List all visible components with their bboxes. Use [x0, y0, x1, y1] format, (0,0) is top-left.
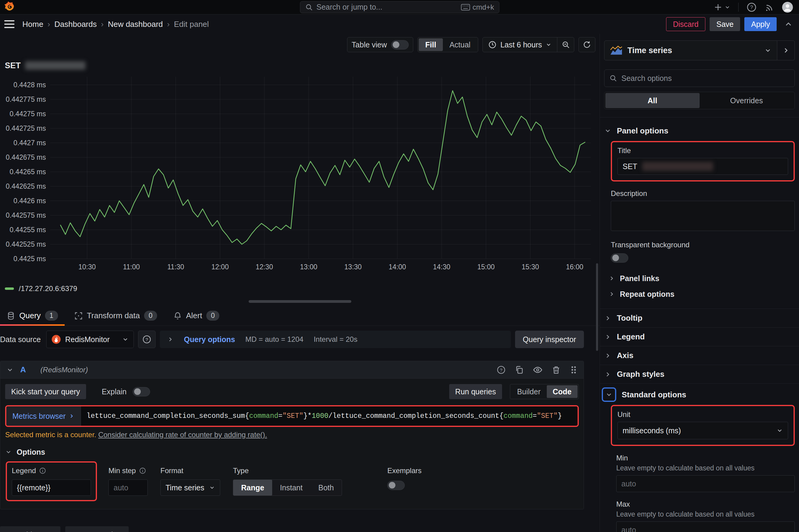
discard-button[interactable]: Discard — [666, 17, 706, 31]
search-input[interactable] — [317, 3, 461, 12]
type-both[interactable]: Both — [311, 480, 342, 495]
table-view-toggle[interactable] — [391, 40, 409, 50]
interval-stat: Interval = 20s — [314, 335, 357, 344]
breadcrumb-new-dashboard[interactable]: New dashboard — [108, 20, 163, 29]
news-rss-icon[interactable] — [765, 2, 774, 12]
min-input[interactable] — [616, 475, 795, 492]
svg-text:0.44255 ms: 0.44255 ms — [10, 226, 46, 234]
delete-query-icon[interactable] — [552, 365, 561, 374]
transparent-bg-label: Transparent background — [611, 241, 795, 249]
visualization-picker[interactable]: Time series — [604, 40, 777, 60]
tab-transform-data[interactable]: Transform data 0 — [68, 306, 164, 325]
grafana-logo-icon[interactable] — [4, 1, 15, 13]
metrics-browser-row-highlighted: Metrics browser lettuce_command_completi… — [5, 405, 579, 427]
min-step-input[interactable] — [109, 479, 148, 496]
promql-expression-input[interactable]: lettuce_command_completion_seconds_sum{c… — [81, 406, 578, 426]
menu-toggle-icon[interactable] — [4, 20, 15, 28]
explain-toggle[interactable] — [133, 387, 150, 396]
breadcrumb-home[interactable]: Home — [22, 20, 43, 29]
tab-all[interactable]: All — [606, 93, 700, 108]
description-input[interactable] — [611, 201, 795, 231]
section-tooltip[interactable]: Tooltip — [600, 308, 799, 327]
tab-query[interactable]: Query 1 — [0, 306, 64, 325]
options-search-input[interactable] — [621, 74, 789, 83]
tab-overrides[interactable]: Overrides — [700, 93, 794, 108]
user-avatar[interactable] — [782, 2, 793, 13]
standard-options-header[interactable]: Standard options — [604, 386, 795, 403]
query-help-icon[interactable]: ? — [497, 365, 506, 374]
chevron-right-icon — [604, 333, 611, 341]
info-icon — [139, 467, 146, 474]
actual-option[interactable]: Actual — [443, 38, 477, 51]
panel-resize-handle[interactable] — [248, 300, 351, 303]
svg-text:15:00: 15:00 — [477, 263, 495, 271]
type-range[interactable]: Range — [233, 480, 272, 495]
format-label: Format — [161, 467, 183, 475]
tab-alert[interactable]: Alert 0 — [167, 306, 226, 325]
duplicate-query-icon[interactable] — [515, 365, 524, 374]
apply-button[interactable]: Apply — [744, 17, 777, 31]
time-range-picker[interactable]: Last 6 hours — [483, 40, 557, 49]
breadcrumb-dashboards[interactable]: Dashboards — [54, 20, 97, 29]
refresh-button[interactable] — [578, 37, 595, 52]
options-filter-tabs: All Overrides — [604, 92, 795, 109]
toggle-visibility-icon[interactable] — [533, 365, 542, 375]
section-axis[interactable]: Axis — [600, 346, 799, 365]
chevron-right-icon[interactable] — [167, 336, 174, 343]
redacted-title-value — [642, 162, 713, 171]
exemplars-toggle[interactable] — [387, 481, 405, 490]
repeat-options-row[interactable]: Repeat options — [608, 286, 795, 302]
section-legend[interactable]: Legend — [600, 327, 799, 346]
section-graph-styles[interactable]: Graph styles — [600, 365, 799, 383]
format-select[interactable]: Time series — [161, 479, 220, 496]
query-header[interactable]: A (RedisMonitor) ? — [0, 361, 583, 379]
metrics-browser-button[interactable]: Metrics browser — [6, 406, 81, 426]
builder-option[interactable]: Builder — [511, 385, 547, 398]
datasource-picker[interactable]: RedisMonitor — [46, 330, 134, 348]
standard-options-section: Standard options Unit milliseconds (ms) … — [600, 383, 799, 532]
unit-select[interactable]: milliseconds (ms) — [617, 422, 788, 439]
svg-text:13:30: 13:30 — [345, 263, 362, 271]
options-collapse-header[interactable]: Options — [5, 444, 579, 459]
panel-links-row[interactable]: Panel links — [608, 270, 795, 286]
type-segmented-control: Range Instant Both — [233, 479, 342, 496]
type-label: Type — [233, 467, 248, 475]
run-queries-button[interactable]: Run queries — [449, 384, 502, 399]
time-series-chart[interactable]: 10:3011:0011:3012:0012:3013:0013:3014:00… — [5, 71, 594, 283]
max-input[interactable] — [616, 521, 795, 532]
collapse-header-button[interactable] — [784, 20, 793, 29]
description-label: Description — [611, 189, 795, 198]
zoom-out-button[interactable] — [557, 37, 574, 52]
query-options-link[interactable]: Query options — [184, 335, 235, 344]
title-input[interactable]: SET — [617, 158, 788, 175]
svg-text:0.44275 ms: 0.44275 ms — [10, 110, 46, 118]
exemplars-group: Exemplars — [387, 461, 422, 490]
query-tabs: Query 1 Transform data 0 Alert 0 — [0, 306, 600, 326]
svg-text:0.442675 ms: 0.442675 ms — [6, 153, 46, 161]
panel-options-header[interactable]: Panel options — [604, 122, 795, 139]
legend-input[interactable] — [12, 479, 91, 496]
type-instant[interactable]: Instant — [272, 480, 311, 495]
series-legend[interactable]: /172.27.20.6:6379 — [5, 283, 595, 294]
legend-field-label: Legend — [12, 467, 36, 475]
type-group: Type Range Instant Both — [233, 461, 342, 496]
collapse-sidebar-button[interactable] — [777, 40, 795, 60]
kick-start-query-button[interactable]: Kick start your query — [5, 384, 86, 399]
chevron-down-icon — [545, 42, 552, 48]
help-icon[interactable]: ? — [746, 2, 757, 12]
chevron-right-icon — [604, 371, 611, 378]
warning-rate-link[interactable]: Consider calculating rate of counter by … — [98, 431, 267, 439]
transparent-bg-toggle[interactable] — [611, 253, 628, 263]
add-query-button[interactable]: Add query — [0, 526, 60, 532]
fill-option[interactable]: Fill — [419, 38, 443, 51]
datasource-help-button[interactable]: ? — [138, 330, 155, 348]
save-button[interactable]: Save — [710, 17, 740, 31]
drag-handle-icon[interactable] — [570, 365, 578, 374]
query-inspector-button[interactable]: Query inspector — [515, 330, 584, 348]
add-expression-button[interactable]: Expression — [65, 526, 129, 532]
search-icon — [609, 74, 617, 82]
add-new-button[interactable] — [713, 3, 730, 12]
code-option[interactable]: Code — [547, 385, 578, 398]
plus-icon — [713, 3, 723, 12]
editor-scrollbar[interactable] — [596, 263, 598, 351]
